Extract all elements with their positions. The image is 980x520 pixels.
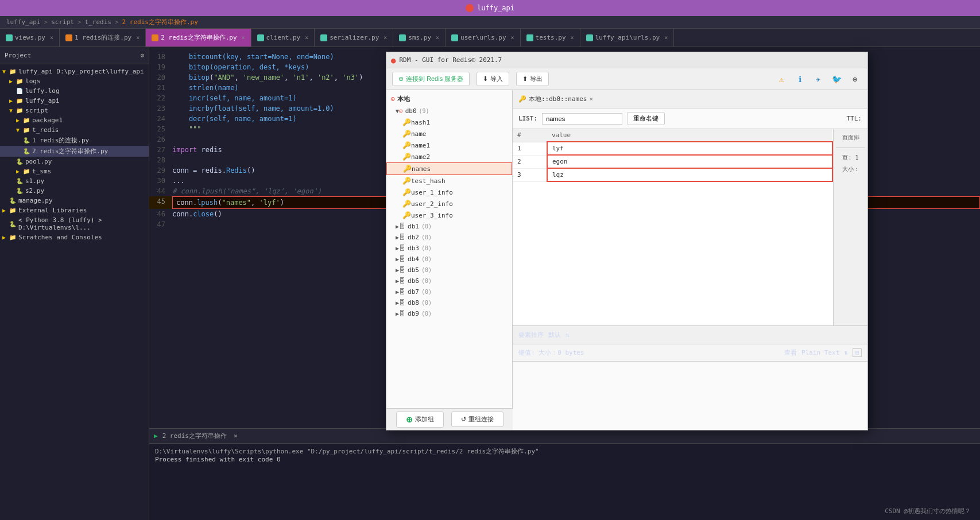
db6-item[interactable]: ▶ 🗄 db6 (0) — [386, 275, 512, 286]
terminal-close[interactable]: × — [234, 432, 238, 440]
tree-item-logs[interactable]: ▶ 📁 logs — [0, 76, 149, 86]
row-value[interactable]: lyf — [547, 142, 832, 155]
db-key-test-hash[interactable]: 🔑 test_hash — [386, 175, 512, 187]
tree-label: s2.py — [25, 187, 44, 195]
tab-client[interactable]: client.py × — [251, 29, 315, 46]
view-value[interactable]: Plain Text — [801, 349, 839, 356]
tree-item-redis-str-file[interactable]: 🐍 2 redis之字符串操作.py — [0, 146, 149, 157]
breadcrumb-item[interactable]: t_redis — [85, 18, 111, 26]
tree-item-s2[interactable]: 🐍 s2.py — [0, 186, 149, 196]
tree-item-t-sms[interactable]: ▶ 📁 t_sms — [0, 166, 149, 176]
rename-key-btn[interactable]: 重命名键 — [627, 112, 665, 125]
value-editor-content[interactable] — [513, 362, 867, 430]
db4-item[interactable]: ▶ 🗄 db4 (0) — [386, 254, 512, 265]
db3-item[interactable]: ▶ 🗄 db3 (0) — [386, 243, 512, 254]
sidebar-settings-icon[interactable]: ⚙ — [140, 52, 144, 59]
divider — [836, 148, 865, 148]
tab-luffy-urls[interactable]: luffy_api\urls.py × — [580, 29, 675, 46]
reconnect-btn[interactable]: ↺ 重组连接 — [451, 412, 503, 427]
table-row[interactable]: 3 lqz — [513, 168, 832, 181]
tree-item-luffy-api[interactable]: ▼ 📁 luffy_api D:\py_project\luffy_api — [0, 67, 149, 76]
rdm-detail-toolbar: LIST: 重命名键 TTL: — [513, 108, 867, 129]
db-key-user1-info[interactable]: 🔑 user_1_info — [386, 187, 512, 198]
tab-close-client[interactable]: × — [305, 34, 308, 41]
tree-item-pool[interactable]: 🐍 pool.py — [0, 157, 149, 166]
tree-item-package1[interactable]: ▶ 📁 package1 — [0, 115, 149, 125]
project-sidebar: Project ⚙ ▼ 📁 luffy_api D:\py_project\lu… — [0, 47, 149, 520]
sidebar-header: Project ⚙ — [0, 47, 149, 64]
tab-sms[interactable]: sms.py × — [393, 29, 446, 46]
tree-item-ext-libs[interactable]: ▶ 📁 External Libraries — [0, 205, 149, 215]
tree-item-redis-conn-file[interactable]: 🐍 1 redis的连接.py — [0, 135, 149, 146]
telegram-icon[interactable]: ✈ — [811, 72, 825, 86]
twitter-icon[interactable]: 🐦 — [830, 72, 843, 86]
tree-item-script[interactable]: ▼ 📁 script — [0, 106, 149, 115]
tab-redis-str[interactable]: 2 redis之字符串操作.py × — [146, 29, 251, 46]
folder-icon: ▶ 📁 — [2, 207, 16, 214]
row-value[interactable]: lqz — [547, 168, 832, 181]
tree-item-t-redis[interactable]: ▼ 📁 t_redis — [0, 125, 149, 135]
tab-views[interactable]: views.py × — [0, 29, 60, 46]
export-btn[interactable]: ⬆ 导出 — [516, 72, 549, 86]
tab-close-serializer[interactable]: × — [384, 34, 387, 41]
db-key-name1[interactable]: 🔑 name1 — [386, 139, 512, 151]
sort-label: 要素排序 — [518, 331, 544, 339]
db-key-name[interactable]: 🔑 name — [386, 128, 512, 139]
db8-item[interactable]: ▶ 🗄 db8 (0) — [386, 297, 512, 308]
db9-item[interactable]: ▶ 🗄 db9 (0) — [386, 308, 512, 319]
connect-redis-btn[interactable]: ⊕ 连接到 Redis 服务器 — [392, 72, 470, 86]
row-value[interactable]: egon — [547, 155, 832, 168]
sort-arrows[interactable]: ⇅ — [565, 331, 570, 339]
list-key-input[interactable] — [542, 113, 622, 125]
settings-icon[interactable]: ⊕ — [848, 72, 862, 86]
db-icon: 🗄 — [399, 266, 405, 274]
db0-item[interactable]: ▼ ⊙ db0 (9) — [386, 106, 512, 117]
tree-item-python38[interactable]: 🐍 < Python 3.8 (luffy) > D:\Virtualenvs\… — [0, 215, 149, 232]
breadcrumb-item[interactable]: script — [51, 18, 74, 26]
key-label: name1 — [411, 142, 430, 149]
tab-serializer[interactable]: serializer.py × — [315, 29, 393, 46]
warning-icon[interactable]: ⚠ — [774, 72, 788, 86]
tab-close-user-urls[interactable]: × — [511, 34, 514, 41]
tab-close-views[interactable]: × — [50, 34, 53, 41]
detail-tab-close[interactable]: × — [589, 95, 593, 103]
db1-item[interactable]: ▶ 🗄 db1 (0) — [386, 221, 512, 232]
tab-user-urls[interactable]: user\urls.py × — [446, 29, 521, 46]
tree-item-scratches[interactable]: ▶ 📁 Scratches and Consoles — [0, 232, 149, 242]
breadcrumb-item[interactable]: luffy_api — [6, 18, 41, 26]
db-key-user2-info[interactable]: 🔑 user_2_info — [386, 198, 512, 209]
tree-item-manage[interactable]: 🐍 manage.py — [0, 196, 149, 205]
table-row[interactable]: 1 lyf — [513, 142, 832, 155]
view-arrows[interactable]: ⇅ — [844, 349, 848, 356]
tab-close-redis-str[interactable]: × — [242, 34, 245, 41]
tab-close-luffy-urls[interactable]: × — [664, 34, 668, 41]
tab-close-redis-conn[interactable]: × — [136, 34, 140, 41]
py-icon: 🐍 — [16, 158, 23, 165]
db-key-names[interactable]: 🔑 names — [386, 162, 512, 175]
db-key-name2[interactable]: 🔑 name2 — [386, 151, 512, 162]
tab-tests[interactable]: tests.py × — [521, 29, 580, 46]
tab-icon-serializer — [320, 34, 327, 41]
tree-label: logs — [25, 77, 41, 85]
tree-item-s1[interactable]: 🐍 s1.py — [0, 176, 149, 186]
key-label: user_1_info — [411, 189, 453, 196]
db2-item[interactable]: ▶ 🗄 db2 (0) — [386, 232, 512, 243]
tree-item-luffy-log[interactable]: 📄 luffy.log — [0, 86, 149, 96]
tab-close-tests[interactable]: × — [571, 34, 574, 41]
tree-item-luffy-api-pkg[interactable]: ▶ 📁 luffy_api — [0, 96, 149, 106]
expand-btn[interactable]: ⊞ — [853, 348, 862, 357]
import-btn[interactable]: ⬇ 导入 — [477, 72, 509, 86]
values-data-table: # value 1 lyf 2 egon — [513, 129, 833, 182]
list-label: LIST: — [518, 115, 537, 122]
db-key-hash1[interactable]: 🔑 hash1 — [386, 117, 512, 128]
db7-item[interactable]: ▶ 🗄 db7 (0) — [386, 286, 512, 297]
sidebar-project-label: Project — [5, 52, 31, 59]
tab-close-sms[interactable]: × — [436, 34, 439, 41]
table-row[interactable]: 2 egon — [513, 155, 832, 168]
rdm-close-btn[interactable]: ● — [391, 56, 396, 65]
db5-item[interactable]: ▶ 🗄 db5 (0) — [386, 265, 512, 275]
tab-redis-conn[interactable]: 1 redis的连接.py × — [60, 29, 146, 46]
add-group-btn[interactable]: ⊕ 添加组 — [396, 412, 444, 428]
db-key-user3-info[interactable]: 🔑 user_3_info — [386, 209, 512, 221]
info-icon[interactable]: ℹ — [793, 72, 807, 86]
